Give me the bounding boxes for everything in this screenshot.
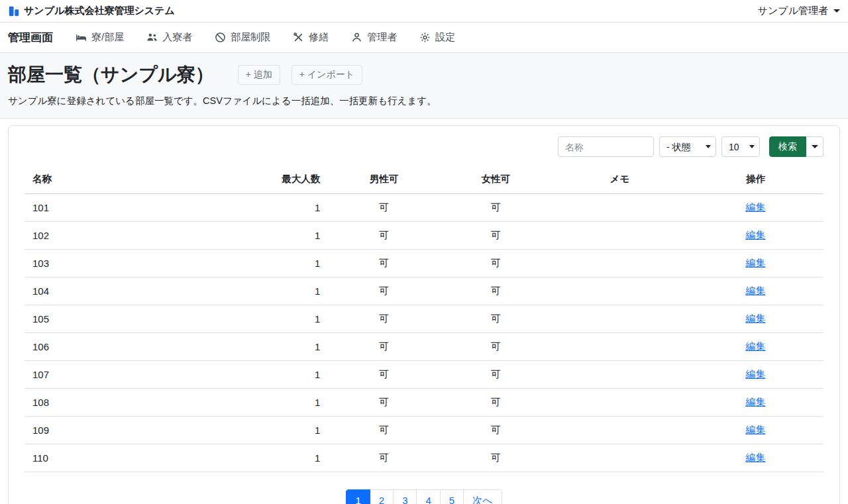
edit-link[interactable]: 編集	[745, 229, 765, 240]
nav-item-label: 入寮者	[162, 31, 192, 44]
room-male-ok-cell: 可	[328, 417, 440, 444]
edit-link[interactable]: 編集	[745, 285, 765, 296]
status-select[interactable]: - 状態	[659, 136, 716, 157]
pagination: 12345次へ	[25, 489, 823, 504]
room-action-cell: 編集	[688, 222, 823, 250]
nav-item-dorm-rooms[interactable]: 寮/部屋	[76, 31, 124, 44]
edit-link[interactable]: 編集	[745, 396, 765, 407]
room-male-ok-cell: 可	[328, 194, 440, 222]
main-nav: 管理画面 寮/部屋 入寮者 部屋制限	[0, 23, 848, 53]
page-button-3[interactable]: 3	[393, 489, 417, 504]
page-button-2[interactable]: 2	[370, 489, 394, 504]
room-male-ok-cell: 可	[328, 305, 440, 333]
edit-link[interactable]: 編集	[745, 424, 765, 435]
search-button[interactable]: 検索	[769, 136, 806, 157]
nav-item-repairs[interactable]: 修繕	[293, 31, 329, 44]
edit-link[interactable]: 編集	[745, 368, 765, 379]
name-filter-input[interactable]	[558, 136, 654, 157]
page-description: サンプル寮に登録されている部屋一覧です。CSVファイルによる一括追加、一括更新も…	[8, 95, 840, 107]
ban-icon	[215, 32, 226, 43]
room-male-ok-cell: 可	[328, 222, 440, 250]
nav-item-room-restrictions[interactable]: 部屋制限	[215, 31, 270, 44]
room-name-cell: 103	[25, 250, 233, 277]
room-action-cell: 編集	[688, 333, 823, 361]
topbar: サンプル株式会社寮管理システム サンプル管理者	[0, 0, 848, 23]
room-memo-cell	[552, 444, 688, 472]
room-female-ok-cell: 可	[440, 305, 552, 333]
nav-item-label: 修繕	[309, 31, 329, 44]
header-name: 名称	[25, 165, 233, 194]
room-male-ok-cell: 可	[328, 389, 440, 417]
brand[interactable]: サンプル株式会社寮管理システム	[8, 5, 175, 17]
room-capacity-cell: 1	[233, 305, 329, 333]
page-size-select[interactable]: 10	[721, 136, 760, 157]
filter-row: - 状態 10 検索	[25, 136, 823, 157]
header-capacity: 最大人数	[233, 165, 329, 194]
header-memo: メモ	[552, 165, 688, 194]
import-button[interactable]: + インポート	[292, 65, 362, 85]
add-button[interactable]: + 追加	[238, 65, 280, 85]
search-dropdown-toggle[interactable]	[806, 136, 823, 157]
building-logo-icon	[8, 5, 20, 17]
table-row: 104 1 可 可 編集	[25, 277, 823, 305]
edit-link[interactable]: 編集	[745, 452, 765, 463]
room-name-cell: 108	[25, 389, 233, 417]
room-capacity-cell: 1	[233, 222, 329, 250]
header-male-ok: 男性可	[328, 165, 440, 194]
tools-icon	[293, 32, 304, 43]
table-row: 107 1 可 可 編集	[25, 361, 823, 389]
room-name-cell: 101	[25, 194, 233, 222]
room-female-ok-cell: 可	[440, 417, 552, 444]
room-male-ok-cell: 可	[328, 333, 440, 361]
nav-item-settings[interactable]: 設定	[419, 31, 455, 44]
room-name-cell: 110	[25, 444, 233, 472]
nav-item-label: 管理者	[367, 31, 397, 44]
room-memo-cell	[552, 250, 688, 277]
room-capacity-cell: 1	[233, 417, 329, 444]
nav-title: 管理画面	[8, 30, 53, 45]
edit-link[interactable]: 編集	[745, 313, 765, 324]
room-capacity-cell: 1	[233, 250, 329, 277]
page-title: 部屋一覧（サンプル寮）	[8, 62, 214, 87]
room-memo-cell	[552, 222, 688, 250]
page-button-1[interactable]: 1	[346, 489, 370, 504]
room-male-ok-cell: 可	[328, 277, 440, 305]
table-row: 109 1 可 可 編集	[25, 417, 823, 444]
next-page-button[interactable]: 次へ	[463, 489, 502, 504]
page-button-4[interactable]: 4	[416, 489, 440, 504]
room-action-cell: 編集	[688, 194, 823, 222]
nav-item-administrators[interactable]: 管理者	[351, 31, 397, 44]
room-name-cell: 109	[25, 417, 233, 444]
user-menu[interactable]: サンプル管理者	[758, 5, 840, 17]
room-male-ok-cell: 可	[328, 361, 440, 389]
edit-link[interactable]: 編集	[745, 201, 765, 213]
rooms-table: 名称 最大人数 男性可 女性可 メモ 操作 101 1 可 可 編集 102 1…	[25, 165, 823, 472]
table-row: 101 1 可 可 編集	[25, 194, 823, 222]
room-action-cell: 編集	[688, 361, 823, 389]
room-capacity-cell: 1	[233, 389, 329, 417]
person-icon	[351, 32, 362, 43]
room-female-ok-cell: 可	[440, 194, 552, 222]
room-female-ok-cell: 可	[440, 222, 552, 250]
user-menu-label: サンプル管理者	[758, 5, 828, 17]
edit-link[interactable]: 編集	[745, 340, 765, 352]
bed-icon	[76, 32, 87, 43]
room-male-ok-cell: 可	[328, 444, 440, 472]
edit-link[interactable]: 編集	[745, 257, 765, 268]
table-row: 108 1 可 可 編集	[25, 389, 823, 417]
table-header-row: 名称 最大人数 男性可 女性可 メモ 操作	[25, 165, 823, 194]
nav-item-label: 部屋制限	[231, 31, 270, 44]
page-button-5[interactable]: 5	[440, 489, 464, 504]
room-capacity-cell: 1	[233, 194, 329, 222]
room-name-cell: 107	[25, 361, 233, 389]
chevron-down-icon	[812, 145, 818, 148]
room-action-cell: 編集	[688, 277, 823, 305]
room-capacity-cell: 1	[233, 277, 329, 305]
page-header: 部屋一覧（サンプル寮） + 追加 + インポート サンプル寮に登録されている部屋…	[0, 53, 848, 119]
search-button-group: 検索	[769, 136, 823, 157]
room-female-ok-cell: 可	[440, 277, 552, 305]
chevron-down-icon	[833, 9, 840, 13]
nav-item-residents[interactable]: 入寮者	[146, 31, 192, 44]
room-memo-cell	[552, 333, 688, 361]
header-female-ok: 女性可	[440, 165, 552, 194]
